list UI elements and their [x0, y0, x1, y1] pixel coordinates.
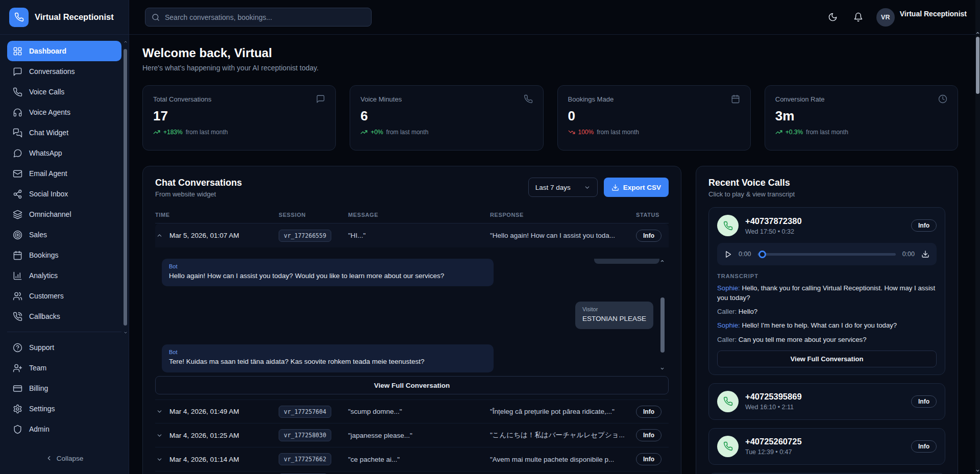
slider-thumb[interactable] [758, 251, 766, 258]
chevron-up-icon[interactable] [124, 40, 128, 44]
conversation-scrollbar-thumb[interactable] [660, 297, 665, 353]
player-current-time: 0:00 [739, 251, 751, 258]
stat-value: 0 [568, 108, 740, 124]
download-icon[interactable] [921, 250, 929, 258]
info-button[interactable]: Info [636, 453, 662, 465]
sidebar-scrollbar-thumb[interactable] [124, 49, 127, 326]
sidebar-scrollbar[interactable] [124, 41, 128, 334]
sidebar-item-label: Settings [29, 405, 55, 413]
sidebar-item-label: Analytics [29, 271, 58, 280]
sidebar-item-label: Conversations [29, 67, 75, 76]
view-full-conversation-button[interactable]: View Full Conversation [717, 351, 937, 367]
row-message: "HI..." [348, 232, 490, 239]
sidebar-item-support[interactable]: Support [7, 337, 121, 358]
info-button[interactable]: Info [911, 440, 937, 453]
chevron-down-icon[interactable] [660, 366, 665, 371]
sidebar-item-label: Sales [29, 231, 47, 239]
date-range-select[interactable]: Last 7 days [528, 178, 598, 197]
stat-delta-suffix: from last month [386, 129, 429, 136]
search-box[interactable] [145, 8, 372, 27]
row-response: "Înțeleg că prețurile pot părea ridicate… [490, 408, 636, 415]
info-button[interactable]: Info [636, 406, 662, 418]
notifications-button[interactable] [851, 10, 866, 25]
chevron-down-icon [156, 432, 163, 439]
transcript-text: Can you tell me more about your services… [739, 336, 867, 343]
phone-call-icon [13, 312, 22, 321]
avatar[interactable]: VR [876, 8, 895, 27]
call-card[interactable]: +40725395869 Wed 16:10 • 2:11 Info [708, 383, 945, 420]
stat-label: Bookings Made [568, 95, 614, 103]
sidebar-item-bookings[interactable]: Bookings [7, 245, 121, 265]
info-button[interactable]: Info [636, 429, 662, 441]
table-row-partial [155, 471, 669, 474]
stat-delta-suffix: from last month [186, 129, 228, 136]
export-csv-button[interactable]: Export CSV [604, 178, 669, 197]
sidebar-item-chat-widget[interactable]: Chat Widget [7, 122, 121, 143]
info-button[interactable]: Info [911, 395, 937, 408]
call-phone-avatar [717, 215, 739, 236]
main-content: Welcome back, Virtual Here's what's happ… [129, 35, 980, 474]
sidebar-item-conversations[interactable]: Conversations [7, 61, 121, 82]
info-button[interactable]: Info [911, 219, 937, 232]
info-button[interactable]: Info [636, 230, 662, 242]
sidebar-item-callbacks[interactable]: Callbacks [7, 306, 121, 327]
sender-label: Bot [169, 349, 486, 355]
sidebar-item-settings[interactable]: Settings [7, 398, 121, 419]
sidebar-item-social-inbox[interactable]: Social Inbox [7, 184, 121, 204]
speaker-label: Caller: [717, 336, 737, 343]
session-badge: vr_177257662 [279, 453, 331, 465]
sidebar-item-analytics[interactable]: Analytics [7, 265, 121, 286]
row-time: Mar 4, 2026, 01:49 AM [169, 408, 239, 415]
search-input[interactable] [165, 13, 365, 21]
sidebar-item-sales[interactable]: Sales [7, 224, 121, 245]
table-row[interactable]: Mar 5, 2026, 01:07 AM vr_177266559 "HI..… [155, 223, 669, 247]
chevron-up-icon[interactable] [975, 31, 980, 35]
call-card[interactable]: +40725260725 Tue 12:39 • 0:47 Info [708, 428, 945, 465]
sidebar-item-billing[interactable]: Billing [7, 378, 121, 398]
user-menu[interactable]: VR Virtual Receptionist [876, 8, 967, 27]
user-plus-icon [13, 363, 22, 373]
chevron-up-icon [156, 232, 163, 239]
sidebar-item-admin[interactable]: Admin [7, 419, 121, 439]
theme-toggle-button[interactable] [825, 10, 841, 25]
message-circle-icon [13, 148, 22, 158]
sidebar-item-voice-agents[interactable]: Voice Agents [7, 102, 121, 122]
topbar-right: VR Virtual Receptionist [825, 8, 967, 27]
bar-chart-icon [13, 271, 22, 281]
view-full-conversation-button[interactable]: View Full Conversation [155, 376, 669, 394]
sidebar-item-team[interactable]: Team [7, 358, 121, 378]
row-message: "scump domne..." [348, 408, 490, 415]
chevron-up-icon[interactable] [660, 259, 665, 263]
conversation-scrollbar[interactable] [660, 261, 665, 369]
chevron-down-icon[interactable] [124, 331, 128, 335]
table-row[interactable]: Mar 4, 2026, 01:49 AM vr_177257604 "scum… [155, 400, 669, 423]
chat-conversations-panel: Chat Conversations From website widget L… [142, 166, 681, 474]
layers-icon [13, 210, 22, 219]
sidebar-item-voice-calls[interactable]: Voice Calls [7, 82, 121, 102]
transcript-line: Caller: Hello? [717, 307, 937, 316]
table-row[interactable]: Mar 4, 2026, 01:14 AM vr_177257662 "ce p… [155, 447, 669, 471]
sidebar-item-label: Team [29, 364, 46, 372]
call-card[interactable]: +40737872380 Wed 17:50 • 0:32 Info 0:00 … [708, 207, 945, 375]
sidebar-item-label: Email Agent [29, 169, 67, 178]
sidebar-item-customers[interactable]: Customers [7, 286, 121, 306]
sidebar-collapse-button[interactable]: Collapse [0, 450, 129, 467]
chevron-down-icon [156, 456, 163, 463]
table-row[interactable]: Mar 4, 2026, 01:25 AM vr_177258030 "japa… [155, 423, 669, 447]
sidebar-item-label: WhatsApp [29, 149, 62, 157]
phone-icon [524, 94, 533, 104]
sidebar-item-label: Chat Widget [29, 129, 68, 137]
sidebar-item-whatsapp[interactable]: WhatsApp [7, 143, 121, 163]
sidebar-item-dashboard[interactable]: Dashboard [7, 41, 121, 61]
play-icon[interactable] [724, 251, 732, 258]
page-scrollbar-thumb[interactable] [976, 37, 979, 94]
sidebar-item-omnichannel[interactable]: Omnichannel [7, 204, 121, 224]
page-scrollbar[interactable] [975, 0, 980, 474]
message-text: Hello again! How can I assist you today?… [169, 271, 486, 281]
row-message: "japanesse please..." [348, 432, 490, 439]
stat-delta-suffix: from last month [597, 129, 639, 136]
sidebar-item-email-agent[interactable]: Email Agent [7, 163, 121, 184]
headphones-icon [13, 108, 22, 117]
player-seek-slider[interactable] [757, 251, 895, 258]
chevron-down-icon[interactable] [975, 468, 980, 473]
